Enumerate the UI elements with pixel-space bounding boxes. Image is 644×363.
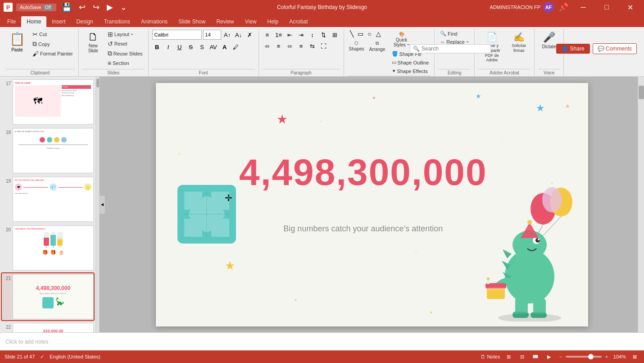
shape-outline-label: Shape Outline <box>398 60 429 65</box>
slide-img-20: HOW ABOUT THE PERCENTAGES? A B C <box>13 225 94 271</box>
zoom-minus[interactable]: − <box>559 354 562 359</box>
reading-view-button[interactable]: 📖 <box>531 352 540 362</box>
normal-view-button[interactable]: ⊞ <box>503 352 513 362</box>
sign-button[interactable]: ✍ Solicitar firmas <box>507 30 531 55</box>
section-button[interactable]: ≡ Section <box>106 59 145 68</box>
present-button[interactable]: ▶ <box>105 1 115 13</box>
tab-home[interactable]: Home <box>21 16 46 27</box>
slide-thumb-20[interactable]: 20 HOW ABOUT THE PERCENTAGES? A B <box>2 225 94 271</box>
tab-help[interactable]: Help <box>262 16 284 27</box>
font-row2: B I U S S AV A 🖊 <box>152 42 241 52</box>
new-slide-label: New Slide <box>83 43 103 53</box>
italic-button[interactable]: I <box>163 42 173 52</box>
clear-format-button[interactable]: ✗ <box>245 30 255 40</box>
puzzle-piece[interactable] <box>177 185 236 244</box>
dictate-label: Dictate <box>542 44 556 49</box>
tab-slideshow[interactable]: Slide Show <box>173 16 211 27</box>
tab-view[interactable]: View <box>240 16 262 27</box>
shape-item-rect[interactable]: ▭ <box>357 30 365 38</box>
slide-thumb-22[interactable]: 22 333,000.00 21h 37m 23s timer content <box>2 322 94 332</box>
slideshow-view-button[interactable]: ▶ <box>544 352 554 362</box>
slide-thumb-21[interactable]: 21 4,498,300,000 Big numbers catch your … <box>2 273 94 320</box>
justify-button[interactable]: ≡ <box>296 41 306 51</box>
layout-label: Layout ~ <box>114 32 134 37</box>
comments-button[interactable]: 💬 Comments <box>593 43 637 54</box>
customize-button[interactable]: ⌄ <box>118 1 129 13</box>
shadow-button[interactable]: S <box>197 42 207 52</box>
reuse-slides-button[interactable]: ⧉ Reuse Slides <box>106 49 145 58</box>
decrease-indent-button[interactable]: ⇤ <box>285 30 295 40</box>
font-color-button[interactable]: A <box>220 42 230 52</box>
paste-button[interactable]: 📋 Paste <box>5 30 29 54</box>
highlight-button[interactable]: 🖊 <box>231 42 241 52</box>
slide-sorter-button[interactable]: ⊟ <box>517 352 527 362</box>
slide-thumb-17[interactable]: 17 THIS IS A MAP 🗺 Subtitle Lorem ipsum … <box>2 78 94 125</box>
shape-effects-button[interactable]: ✦ Shape Effects <box>390 67 431 75</box>
tab-transitions[interactable]: Transitions <box>99 16 136 27</box>
numbering-button[interactable]: 1≡ <box>274 30 284 40</box>
shapes-button[interactable]: ⬡ Shapes <box>348 39 366 54</box>
zoom-slider[interactable] <box>566 356 602 358</box>
redo-button[interactable]: ↪ <box>91 1 101 13</box>
notes-area[interactable]: Click to add notes <box>0 332 644 350</box>
star-small-5: ★ <box>294 298 297 302</box>
font-name-input[interactable] <box>152 30 202 40</box>
bullets-button[interactable]: ≡ <box>263 30 272 40</box>
layout-button[interactable]: ⊞ Layout ~ <box>106 30 145 39</box>
shape-item-triangle[interactable]: △ <box>375 30 383 38</box>
bold-button[interactable]: B <box>152 42 162 52</box>
tab-insert[interactable]: Insert <box>46 16 71 27</box>
arrange-button[interactable]: ⧉ Arrange <box>367 39 388 54</box>
maximize-button[interactable]: □ <box>596 0 617 14</box>
strikethrough-button[interactable]: S <box>186 42 196 52</box>
shape-item-circle[interactable]: ○ <box>366 30 374 38</box>
format-painter-button[interactable]: 🖌 Format Painter <box>31 49 75 58</box>
sort-button[interactable]: ⇅ <box>319 30 329 40</box>
ribbon-pin-button[interactable]: 📌 <box>557 1 570 13</box>
text-direction-button[interactable]: ⇆ <box>308 41 317 51</box>
paragraph-label: Paragraph <box>263 69 340 76</box>
svg-point-27 <box>498 313 561 322</box>
new-slide-button[interactable]: 🗋 New Slide <box>82 30 104 55</box>
minimize-button[interactable]: ─ <box>573 0 594 14</box>
shape-outline-button[interactable]: ▭ Shape Outline <box>390 59 431 66</box>
slide-panel-scrollbar[interactable] <box>96 77 100 332</box>
line-spacing-button[interactable]: ↕ <box>308 30 317 40</box>
char-spacing-button[interactable]: AV <box>209 42 218 52</box>
align-left-button[interactable]: ⬄ <box>263 41 272 51</box>
increase-font-button[interactable]: A↑ <box>222 30 232 40</box>
collapse-panel-button[interactable]: ◀ <box>100 196 105 214</box>
cut-button[interactable]: ✂ Cut <box>31 30 75 39</box>
shape-item-line[interactable]: ╲ <box>348 30 356 38</box>
underline-button[interactable]: U <box>175 42 185 52</box>
increase-indent-button[interactable]: ⇥ <box>296 30 306 40</box>
font-size-input[interactable] <box>203 30 221 40</box>
decrease-font-button[interactable]: A↓ <box>234 30 244 40</box>
align-right-button[interactable]: ⬄ <box>285 41 295 51</box>
notes-button[interactable]: 🗒 Notes <box>481 354 500 359</box>
search-input[interactable] <box>422 46 488 52</box>
tab-review[interactable]: Review <box>211 16 239 27</box>
slide-thumb-18[interactable]: 18 A TIMELINE ALWAYS WORKS FINE Timeline… <box>2 127 94 174</box>
copy-button[interactable]: ⧉ Copy <box>31 39 75 49</box>
autosave-toggle[interactable]: AutoSave Off <box>16 4 56 11</box>
columns-button[interactable]: ⊞ <box>330 30 340 40</box>
slide-img-18: A TIMELINE ALWAYS WORKS FINE Timeline co… <box>13 128 94 173</box>
canvas-scrollbar[interactable] <box>638 77 644 332</box>
tab-design[interactable]: Design <box>71 16 98 27</box>
smartart-button[interactable]: ⛶ <box>319 41 329 51</box>
share-button[interactable]: 👤 Share <box>556 44 590 54</box>
undo-button[interactable]: ↩ <box>77 1 87 13</box>
close-button[interactable]: ✕ <box>620 0 640 14</box>
find-button[interactable]: 🔍 Find <box>438 30 459 37</box>
user-avatar[interactable]: AF <box>543 2 554 13</box>
tab-file[interactable]: File <box>2 16 21 27</box>
reset-button[interactable]: ↺ Reset <box>106 39 145 48</box>
save-button[interactable]: 💾 <box>60 1 73 13</box>
align-center-button[interactable]: ≡ <box>274 41 284 51</box>
tab-acrobat[interactable]: Acrobat <box>284 16 313 27</box>
slide-thumb-19[interactable]: 19 DO YOU PREFER THIS TIMELINE? ❤ 💎 ⭐ Lo… <box>2 176 94 223</box>
zoom-plus[interactable]: + <box>605 354 608 359</box>
fit-slide-button[interactable]: ⊠ <box>630 352 639 362</box>
tab-animations[interactable]: Animations <box>136 16 173 27</box>
